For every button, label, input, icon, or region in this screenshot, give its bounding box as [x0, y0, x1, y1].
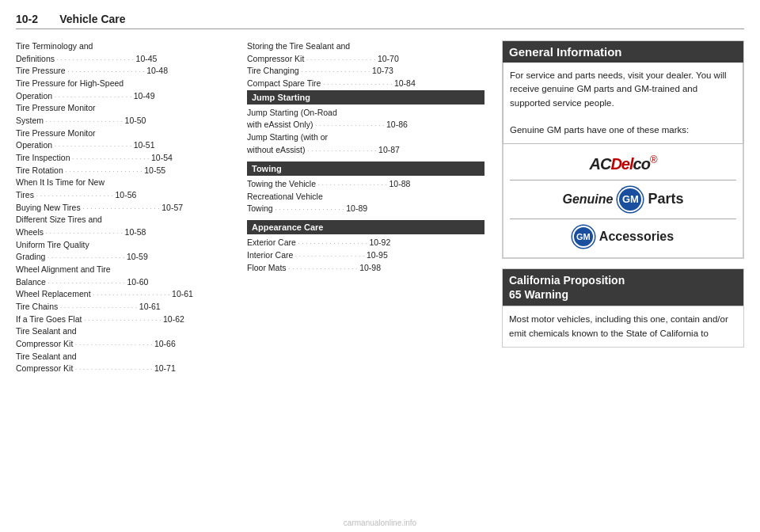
logos-area: ACDelco® Genuine GM Parts GM Accessories — [503, 144, 743, 258]
toc-entry: Floor Mats · · · · · · · · · · · · · · ·… — [247, 262, 484, 273]
toc-entry: Tire Sealant and — [16, 325, 238, 336]
toc-entry: with eAssist Only) · · · · · · · · · · ·… — [247, 119, 484, 130]
accessories-text: Accessories — [599, 230, 674, 244]
california-header: California Proposition 65 Warning — [503, 269, 743, 306]
middle-column: Storing the Tire Sealant and Compressor … — [247, 40, 484, 524]
page-title: Vehicle Care — [59, 13, 125, 25]
toc-entry: Wheels · · · · · · · · · · · · · · · · ·… — [16, 226, 238, 238]
toc-entry: Tire Pressure · · · · · · · · · · · · · … — [16, 65, 238, 76]
california-box: California Proposition 65 Warning Most m… — [502, 268, 744, 348]
california-header-line1: California Proposition — [509, 273, 737, 287]
toc-entry: Tire Inspection · · · · · · · · · · · · … — [16, 152, 238, 163]
right-column: General Information For service and part… — [494, 40, 744, 524]
toc-entry: Recreational Vehicle — [247, 191, 484, 202]
page-header: 10-2 Vehicle Care — [16, 13, 744, 29]
parts-text: Parts — [648, 191, 683, 207]
toc-entry: Compressor Kit · · · · · · · · · · · · ·… — [247, 53, 484, 64]
toc-entry: Tire Chains · · · · · · · · · · · · · · … — [16, 301, 238, 312]
toc-entry: Tire Pressure for High-Speed — [16, 78, 238, 89]
toc-entry: without eAssist) · · · · · · · · · · · ·… — [247, 144, 484, 155]
toc-entry: When It Is Time for New — [16, 177, 238, 188]
toc-entry: Storing the Tire Sealant and — [247, 40, 484, 51]
california-header-line2: 65 Warning — [509, 287, 737, 302]
toc-entry: Tire Pressure Monitor — [16, 102, 238, 113]
toc-entry: Compressor Kit · · · · · · · · · · · · ·… — [16, 363, 238, 374]
toc-entry: If a Tire Goes Flat · · · · · · · · · · … — [16, 314, 238, 325]
toc-entry: Towing the Vehicle · · · · · · · · · · ·… — [247, 178, 484, 189]
appearance-care-header: Appearance Care — [247, 220, 484, 234]
marks-label: Genuine GM parts have one of these marks… — [510, 124, 736, 137]
toc-entry: Operation · · · · · · · · · · · · · · · … — [16, 90, 238, 101]
general-info-text: For service and parts needs, visit your … — [510, 69, 736, 110]
toc-entry: Tire Rotation · · · · · · · · · · · · · … — [16, 165, 238, 176]
towing-header: Towing — [247, 162, 484, 176]
toc-entry: Buying New Tires · · · · · · · · · · · ·… — [16, 202, 238, 213]
general-info-header: General Information — [503, 41, 743, 63]
page: 10-2 Vehicle Care Tire Terminology and D… — [0, 0, 760, 532]
toc-entry: Tire Terminology and — [16, 40, 238, 51]
toc-entry: Different Size Tires and — [16, 214, 238, 225]
genuine-text: Genuine — [562, 192, 613, 207]
general-info-box: General Information For service and part… — [502, 40, 744, 259]
general-info-content: For service and parts needs, visit your … — [503, 63, 743, 144]
jump-starting-header: Jump Starting — [247, 90, 484, 104]
gm-parts-logo: Genuine GM Parts — [510, 187, 736, 219]
toc-entry: Jump Starting (with or — [247, 131, 484, 142]
gm-badge-parts: GM — [618, 187, 643, 212]
toc-entry: Interior Care · · · · · · · · · · · · · … — [247, 249, 484, 260]
toc-entry: Tire Sealant and — [16, 351, 238, 362]
toc-entry: Wheel Replacement · · · · · · · · · · · … — [16, 288, 238, 299]
page-wrapper: 10-2 Vehicle Care Tire Terminology and D… — [0, 0, 760, 532]
california-content: Most motor vehicles, including this one,… — [503, 306, 743, 347]
left-column: Tire Terminology and Definitions · · · ·… — [16, 40, 238, 524]
toc-entry: Balance · · · · · · · · · · · · · · · · … — [16, 276, 238, 287]
toc-entry: Definitions · · · · · · · · · · · · · · … — [16, 53, 238, 64]
toc-entry: Wheel Alignment and Tire — [16, 264, 238, 275]
toc-entry: Operation · · · · · · · · · · · · · · · … — [16, 139, 238, 150]
toc-entry: Tires · · · · · · · · · · · · · · · · · … — [16, 189, 238, 200]
toc-entry: Grading · · · · · · · · · · · · · · · · … — [16, 251, 238, 262]
toc-entry: Jump Starting (On-Road — [247, 107, 484, 118]
watermark: carmanualonline.info — [344, 519, 416, 527]
toc-entry: Exterior Care · · · · · · · · · · · · · … — [247, 237, 484, 248]
toc-entry: System · · · · · · · · · · · · · · · · ·… — [16, 115, 238, 126]
toc-entry: Compact Spare Tire · · · · · · · · · · ·… — [247, 78, 484, 89]
main-content: Tire Terminology and Definitions · · · ·… — [16, 40, 744, 524]
gm-accessories-logo: GM Accessories — [510, 226, 736, 248]
toc-entry: Uniform Tire Quality — [16, 239, 238, 250]
toc-entry: Tire Pressure Monitor — [16, 127, 238, 139]
acdelco-logo: ACDelco® — [510, 154, 736, 180]
page-number: 10-2 — [16, 13, 38, 25]
toc-entry: Compressor Kit · · · · · · · · · · · · ·… — [16, 338, 238, 349]
toc-entry: Tire Changing · · · · · · · · · · · · · … — [247, 65, 484, 76]
gm-badge-accessories: GM — [572, 226, 595, 248]
toc-entry: Towing · · · · · · · · · · · · · · · · ·… — [247, 203, 484, 214]
